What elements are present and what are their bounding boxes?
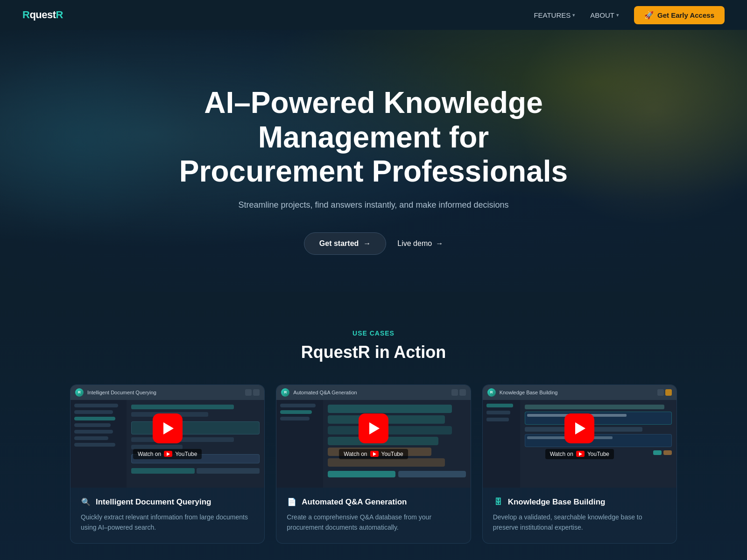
- youtube-icon-1: [164, 451, 172, 457]
- arrow-icon: →: [363, 239, 371, 248]
- about-chevron-icon: ▾: [616, 12, 619, 18]
- cards-grid: R Intelligent Document Querying: [70, 385, 677, 544]
- play-button-1[interactable]: [153, 413, 183, 443]
- nav-right: FEATURES ▾ ABOUT ▾ 🚀 Get Early Access: [534, 6, 725, 24]
- card-title-3: 🗄 Knowledge Base Building: [493, 497, 666, 507]
- card-title-2: 📄 Automated Q&A Generation: [287, 497, 460, 507]
- feature-desc-1: Quickly extract relevant information fro…: [81, 512, 254, 533]
- card-title-1: 🔍 Intelligent Document Querying: [81, 497, 254, 507]
- section-eyebrow: Use Cases: [37, 329, 710, 337]
- cta-label: Get Early Access: [657, 11, 714, 19]
- card-document-querying: R Intelligent Document Querying: [70, 385, 265, 544]
- document-icon: 📄: [287, 497, 297, 507]
- play-button-2[interactable]: [359, 413, 388, 443]
- early-access-button[interactable]: 🚀 Get Early Access: [634, 6, 725, 24]
- arrow-icon-2: →: [436, 239, 443, 248]
- hero-title: AI–Powered Knowledge Management for Proc…: [163, 86, 584, 189]
- youtube-icon-2: [370, 451, 379, 457]
- watch-label-2: Watch on: [344, 451, 367, 457]
- video-thumb-3[interactable]: R Knowledge Base Building: [483, 385, 677, 488]
- hero-buttons: Get started → Live demo →: [22, 232, 725, 255]
- hero-subtitle: Streamline projects, find answers instan…: [22, 200, 725, 210]
- play-button-3[interactable]: [564, 413, 594, 443]
- card-body-3: 🗄 Knowledge Base Building Develop a vali…: [483, 488, 677, 543]
- card-body-1: 🔍 Intelligent Document Querying Quickly …: [70, 488, 264, 543]
- section-title: RquestR in Action: [37, 343, 710, 362]
- yt-label-2: YouTube: [381, 451, 403, 457]
- card-body-2: 📄 Automated Q&A Generation Create a comp…: [276, 488, 470, 543]
- rocket-icon: 🚀: [644, 11, 654, 20]
- features-chevron-icon: ▾: [572, 12, 575, 18]
- feature-title-2: Automated Q&A Generation: [302, 497, 407, 507]
- logo-r1: R: [22, 9, 29, 21]
- youtube-icon-3: [576, 451, 585, 457]
- nav-features-label: FEATURES: [534, 11, 571, 19]
- card-knowledge-base: R Knowledge Base Building: [482, 385, 677, 544]
- nav-features[interactable]: FEATURES ▾: [534, 11, 575, 19]
- watch-badge-2: Watch on YouTube: [339, 449, 408, 459]
- watch-label-1: Watch on: [138, 451, 161, 457]
- live-demo-label: Live demo: [397, 239, 432, 248]
- logo-r2: R: [56, 9, 63, 21]
- feature-desc-3: Develop a validated, searchable knowledg…: [493, 512, 666, 533]
- logo-middle: quest: [29, 9, 56, 21]
- video-thumb-1[interactable]: R Intelligent Document Querying: [70, 385, 264, 488]
- watch-badge-1: Watch on YouTube: [133, 449, 202, 459]
- navbar: RquestR FEATURES ▾ ABOUT ▾ 🚀 Get Early A…: [0, 0, 747, 30]
- card-qa-generation: R Automated Q&A Generation: [276, 385, 471, 544]
- hero-section: AI–Powered Knowledge Management for Proc…: [0, 30, 747, 292]
- search-icon: 🔍: [81, 497, 91, 507]
- watch-badge-3: Watch on YouTube: [545, 449, 614, 459]
- video-thumb-2[interactable]: R Automated Q&A Generation: [276, 385, 470, 488]
- nav-about[interactable]: ABOUT ▾: [590, 11, 619, 19]
- yt-label-3: YouTube: [587, 451, 609, 457]
- feature-desc-2: Create a comprehensive Q&A database from…: [287, 512, 460, 533]
- get-started-button[interactable]: Get started →: [304, 232, 386, 255]
- use-cases-section: Use Cases RquestR in Action R Intelligen…: [0, 292, 747, 560]
- get-started-label: Get started: [319, 239, 359, 248]
- feature-title-1: Intelligent Document Querying: [96, 497, 211, 507]
- watch-label-3: Watch on: [550, 451, 573, 457]
- database-icon: 🗄: [493, 497, 503, 507]
- yt-label-1: YouTube: [175, 451, 197, 457]
- feature-title-3: Knowledge Base Building: [508, 497, 606, 507]
- live-demo-button[interactable]: Live demo →: [397, 239, 443, 248]
- nav-about-label: ABOUT: [590, 11, 614, 19]
- site-logo[interactable]: RquestR: [22, 9, 63, 21]
